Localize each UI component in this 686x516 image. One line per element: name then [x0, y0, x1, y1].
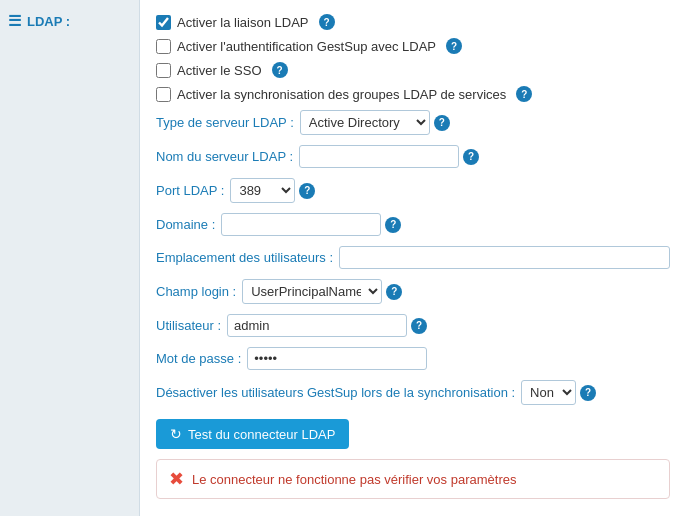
port-row: Port LDAP : 389 636 ?: [156, 178, 670, 203]
type-serveur-row: Type de serveur LDAP : Active Directory …: [156, 110, 670, 135]
checkbox-row-2: Activer l'authentification GestSup avec …: [156, 38, 670, 54]
desactiver-select[interactable]: Non Oui: [521, 380, 576, 405]
motdepasse-row: Mot de passe :: [156, 347, 670, 370]
activer-liaison-ldap-label: Activer la liaison LDAP: [177, 15, 309, 30]
activer-synchro-groupes-checkbox[interactable]: [156, 87, 171, 102]
type-serveur-label: Type de serveur LDAP :: [156, 115, 294, 130]
motdepasse-input[interactable]: [247, 347, 427, 370]
champ-login-select[interactable]: UserPrincipalName sAMAccountName cn: [242, 279, 382, 304]
checkbox-row-3: Activer le SSO ?: [156, 62, 670, 78]
activer-sso-label: Activer le SSO: [177, 63, 262, 78]
domaine-input[interactable]: [221, 213, 381, 236]
help-icon-domaine[interactable]: ?: [385, 217, 401, 233]
utilisateur-row: Utilisateur : ?: [156, 314, 670, 337]
activer-liaison-ldap-checkbox[interactable]: [156, 15, 171, 30]
help-icon-2[interactable]: ?: [446, 38, 462, 54]
port-select[interactable]: 389 636: [230, 178, 295, 203]
type-serveur-select[interactable]: Active Directory OpenLDAP: [300, 110, 430, 135]
error-box: ✖ Le connecteur ne fonctionne pas vérifi…: [156, 459, 670, 499]
activer-auth-gestsup-label: Activer l'authentification GestSup avec …: [177, 39, 436, 54]
activer-auth-gestsup-checkbox[interactable]: [156, 39, 171, 54]
help-icon-nom[interactable]: ?: [463, 149, 479, 165]
activer-synchro-groupes-label: Activer la synchronisation des groupes L…: [177, 87, 506, 102]
utilisateur-label: Utilisateur :: [156, 318, 221, 333]
help-icon-champ[interactable]: ?: [386, 284, 402, 300]
error-icon: ✖: [169, 468, 184, 490]
help-icon-desactiver[interactable]: ?: [580, 385, 596, 401]
activer-sso-checkbox[interactable]: [156, 63, 171, 78]
champ-login-label: Champ login :: [156, 284, 236, 299]
help-icon-type[interactable]: ?: [434, 115, 450, 131]
sidebar-ldap: ☰ LDAP :: [8, 12, 131, 30]
help-icon-port[interactable]: ?: [299, 183, 315, 199]
desactiver-row: Désactiver les utilisateurs GestSup lors…: [156, 380, 670, 405]
test-connecteur-button[interactable]: ↻ Test du connecteur LDAP: [156, 419, 349, 449]
help-icon-4[interactable]: ?: [516, 86, 532, 102]
help-icon-1[interactable]: ?: [319, 14, 335, 30]
checkbox-row-4: Activer la synchronisation des groupes L…: [156, 86, 670, 102]
nom-serveur-row: Nom du serveur LDAP : ?: [156, 145, 670, 168]
refresh-icon: ↻: [170, 426, 182, 442]
champ-login-row: Champ login : UserPrincipalName sAMAccou…: [156, 279, 670, 304]
emplacement-label: Emplacement des utilisateurs :: [156, 250, 333, 265]
port-label: Port LDAP :: [156, 183, 224, 198]
motdepasse-label: Mot de passe :: [156, 351, 241, 366]
sidebar-title-label: LDAP :: [27, 14, 70, 29]
help-icon-utilisateur[interactable]: ?: [411, 318, 427, 334]
error-message: Le connecteur ne fonctionne pas vérifier…: [192, 472, 516, 487]
desactiver-label: Désactiver les utilisateurs GestSup lors…: [156, 385, 515, 400]
utilisateur-input[interactable]: [227, 314, 407, 337]
domaine-label: Domaine :: [156, 217, 215, 232]
domaine-row: Domaine : ?: [156, 213, 670, 236]
checkbox-row-1: Activer la liaison LDAP ?: [156, 14, 670, 30]
help-icon-3[interactable]: ?: [272, 62, 288, 78]
test-button-label: Test du connecteur LDAP: [188, 427, 335, 442]
nom-serveur-label: Nom du serveur LDAP :: [156, 149, 293, 164]
emplacement-row: Emplacement des utilisateurs :: [156, 246, 670, 269]
emplacement-input[interactable]: [339, 246, 670, 269]
list-icon: ☰: [8, 12, 21, 30]
nom-serveur-input[interactable]: [299, 145, 459, 168]
